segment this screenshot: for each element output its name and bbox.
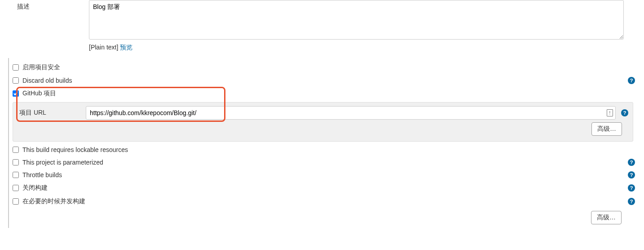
lockable-resources-checkbox[interactable] [13, 147, 19, 153]
help-icon[interactable]: ? [628, 171, 635, 179]
lockable-resources-label: This build requires lockable resources [22, 146, 128, 153]
advanced-button[interactable]: 高级… [591, 211, 622, 224]
help-icon[interactable]: ? [621, 109, 628, 116]
help-icon[interactable]: ? [628, 198, 635, 205]
parameterized-checkbox[interactable] [13, 159, 19, 165]
concurrent-build-checkbox[interactable] [13, 198, 19, 205]
preview-link[interactable]: 预览 [120, 44, 132, 51]
help-icon[interactable]: ? [628, 184, 635, 192]
help-icon[interactable]: ? [628, 159, 635, 166]
github-project-label: GitHub 项目 [22, 89, 56, 98]
enable-project-security-checkbox[interactable] [13, 64, 19, 71]
disable-build-label: 关闭构建 [22, 184, 48, 192]
project-url-label: 项目 URL [18, 109, 80, 117]
input-assist-icon[interactable]: ! [607, 109, 613, 116]
description-textarea[interactable] [89, 0, 624, 40]
discard-old-builds-label: Discard old builds [22, 77, 72, 84]
throttle-builds-label: Throttle builds [22, 171, 62, 179]
plain-text-mode-label: [Plain text] [89, 44, 118, 51]
enable-project-security-label: 启用项目安全 [22, 63, 60, 71]
help-icon[interactable]: ? [628, 77, 635, 84]
github-project-checkbox[interactable] [13, 90, 19, 97]
throttle-builds-checkbox[interactable] [13, 172, 19, 178]
description-label: 描述 [17, 0, 89, 11]
advanced-button[interactable]: 高级… [591, 122, 622, 136]
project-url-input[interactable] [86, 106, 616, 120]
disable-build-checkbox[interactable] [13, 185, 19, 191]
concurrent-build-label: 在必要的时候并发构建 [22, 197, 85, 205]
discard-old-builds-checkbox[interactable] [13, 77, 19, 84]
parameterized-label: This project is parameterized [22, 159, 103, 166]
